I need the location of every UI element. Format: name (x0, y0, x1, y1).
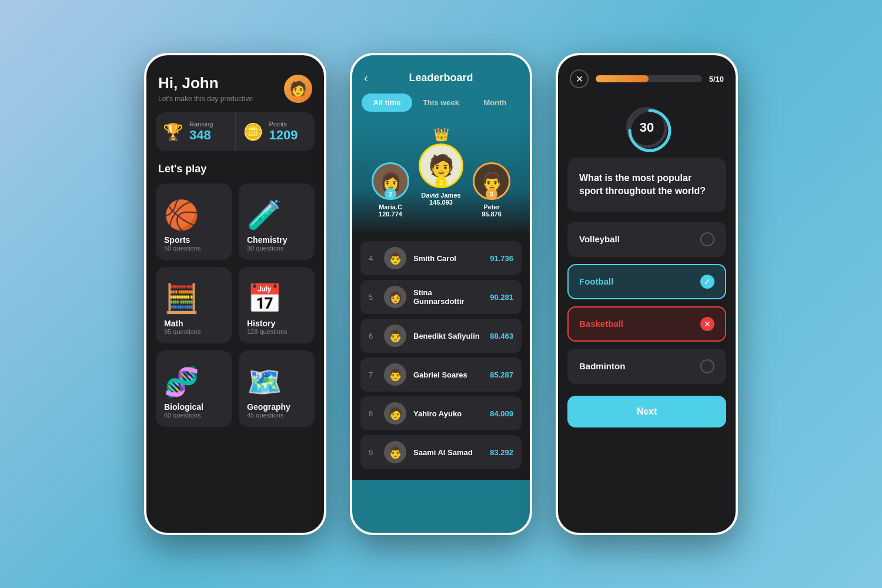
p1-stats: 🏆 Ranking 348 🪙 Points 1209 (156, 112, 315, 151)
score-benedikt: 88.463 (490, 332, 513, 340)
option-badminton-icon (700, 359, 714, 373)
leaderboard-title: Leaderboard (409, 72, 473, 84)
category-math[interactable]: 🧮 Math 95 questions (156, 267, 232, 343)
avatar-smith: 👨 (384, 247, 406, 269)
score-gabriel: 85.287 (490, 370, 513, 379)
question-box: What is the most popular sport throughou… (567, 158, 726, 212)
podium-2nd-name: Maria.C (379, 203, 402, 211)
podium-1st: 👑 🧑 1 David James 145.093 (419, 127, 463, 206)
podium-2nd-avatar: 👩 2 (372, 162, 409, 200)
option-basketball-text: Basketball (579, 319, 623, 329)
option-basketball-icon: ✕ (700, 317, 714, 331)
p2-topbar: ‹ Leaderboard (352, 55, 530, 93)
points-stat: 🪙 Points 1209 (235, 112, 315, 151)
name-yahiro: Yahiro Ayuko (413, 409, 483, 418)
p1-header: Hi, John Let's make this day productive … (146, 55, 324, 112)
category-biological[interactable]: 🧬 Biological 60 questions (156, 350, 232, 427)
history-title: History (247, 319, 306, 328)
option-volleyball-text: Volleyball (579, 234, 620, 244)
category-geography[interactable]: 🗺️ Geography 45 questions (239, 350, 315, 427)
option-football-icon: ✓ (700, 275, 714, 289)
p2-podium: 👩 2 Maria.C 120.774 👑 🧑 1 David James 14… (352, 121, 530, 235)
rank-4: 4 (369, 254, 377, 263)
podium-3rd-score: 95.876 (482, 211, 502, 218)
biological-icon: 🧬 (164, 366, 223, 399)
option-badminton-text: Badminton (579, 361, 625, 371)
p2-tabs: All time This week Month (352, 93, 530, 121)
section-title: Let's play (146, 163, 324, 183)
chemistry-title: Chemistry (247, 235, 306, 245)
ranking-stat: 🏆 Ranking 348 (156, 112, 235, 151)
trophy-icon: 🏆 (163, 122, 183, 142)
options-list: Volleyball Football ✓ Basketball ✕ Badmi… (558, 222, 736, 384)
back-button[interactable]: ‹ (364, 71, 368, 85)
list-item[interactable]: 9 👨 Saami Al Samad 83.292 (360, 435, 522, 469)
phone-3: ✕ 5/10 30 What is the most popular sport… (556, 53, 738, 535)
rank-6: 6 (369, 332, 377, 340)
rank-badge-1: 1 (435, 176, 447, 188)
chemistry-sub: 30 questions (247, 245, 306, 252)
avatar-stina: 👩 (384, 286, 406, 308)
option-volleyball[interactable]: Volleyball (567, 222, 726, 257)
option-volleyball-icon (700, 232, 714, 246)
tab-this-week[interactable]: This week (416, 93, 466, 112)
tab-all-time[interactable]: All time (362, 93, 412, 112)
p1-greeting-subtitle: Let's make this day productive (158, 95, 253, 103)
sports-title: Sports (164, 235, 223, 245)
name-gabriel: Gabriel Soares (413, 370, 483, 379)
list-item[interactable]: 4 👨 Smith Carol 91.736 (360, 241, 522, 275)
category-sports[interactable]: 🏀 Sports 50 questions (156, 183, 232, 260)
name-saami: Saami Al Samad (413, 448, 483, 457)
geography-icon: 🗺️ (247, 366, 306, 399)
biological-sub: 60 questions (164, 412, 223, 419)
avatar-benedikt: 👨 (384, 325, 406, 347)
phone-2: ‹ Leaderboard All time This week Month 👩… (350, 53, 532, 535)
option-football[interactable]: Football ✓ (567, 264, 726, 299)
rank-badge-2: 2 (385, 188, 396, 200)
podium-3rd-avatar: 👨 3 (473, 162, 510, 200)
option-football-text: Football (579, 276, 613, 286)
podium-2nd: 👩 2 Maria.C 120.774 (372, 162, 409, 218)
option-badminton[interactable]: Badminton (567, 349, 726, 384)
close-button[interactable]: ✕ (570, 69, 589, 88)
podium-1st-name: David James (421, 192, 460, 199)
option-basketball[interactable]: Basketball ✕ (567, 306, 726, 342)
coin-icon: 🪙 (243, 122, 263, 142)
timer: 30 (626, 107, 667, 148)
podium-1st-avatar: 🧑 1 (419, 143, 463, 188)
score-stina: 90.281 (490, 293, 513, 302)
score-saami: 83.292 (490, 448, 513, 457)
timer-area: 30 (558, 98, 736, 153)
crown-icon: 👑 (433, 127, 449, 142)
chemistry-icon: 🧪 (247, 199, 306, 232)
name-benedikt: Benedikt Safiyulin (413, 332, 483, 340)
history-sub: 128 questions (247, 328, 306, 335)
avatar-saami: 👨 (384, 441, 406, 463)
category-chemistry[interactable]: 🧪 Chemistry 30 questions (239, 183, 315, 260)
p3-header: ✕ 5/10 (558, 55, 736, 98)
tab-month[interactable]: Month (470, 93, 520, 112)
ranking-value: 348 (189, 128, 213, 143)
rank-9: 9 (369, 448, 377, 457)
avatar: 🧑 (284, 75, 312, 103)
phone-1: Hi, John Let's make this day productive … (144, 53, 326, 535)
math-title: Math (164, 319, 223, 328)
category-history[interactable]: 📅 History 128 questions (239, 267, 315, 343)
math-sub: 95 questions (164, 328, 223, 335)
next-button[interactable]: Next (567, 396, 726, 427)
history-icon: 📅 (247, 282, 306, 315)
list-item[interactable]: 8 🧑 Yahiro Ayuko 84.009 (360, 396, 522, 430)
progress-fill (596, 75, 649, 82)
podium-1st-score: 145.093 (429, 199, 453, 206)
points-label: Points (269, 121, 298, 128)
list-item[interactable]: 5 👩 Stina Gunnarsdottir 90.281 (360, 280, 522, 314)
rank-5: 5 (369, 293, 377, 302)
podium-2nd-score: 120.774 (379, 211, 402, 218)
rank-badge-3: 3 (486, 188, 497, 200)
name-stina: Stina Gunnarsdottir (413, 288, 483, 306)
list-item[interactable]: 6 👨 Benedikt Safiyulin 88.463 (360, 319, 522, 353)
list-item[interactable]: 7 👨 Gabriel Soares 85.287 (360, 358, 522, 392)
podium-3rd: 👨 3 Peter 95.876 (473, 162, 510, 218)
sports-icon: 🏀 (164, 199, 223, 232)
p1-greeting-title: Hi, John (158, 74, 253, 92)
